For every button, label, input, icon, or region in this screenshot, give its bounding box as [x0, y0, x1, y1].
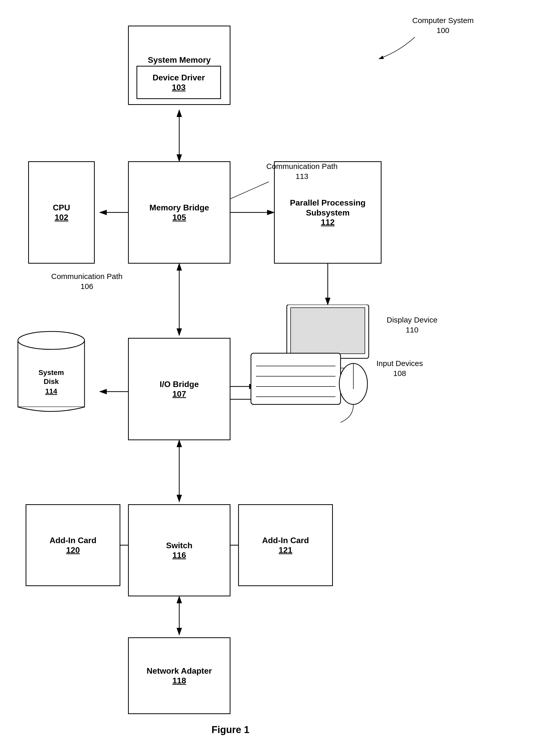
input-devices-svg — [248, 343, 371, 440]
addin-card-120-box: Add-In Card 120 — [26, 504, 120, 586]
switch-box: Switch 116 — [128, 504, 231, 596]
io-bridge-box: I/O Bridge 107 — [128, 338, 231, 440]
cylinder-svg: System Disk 114 — [15, 328, 87, 420]
svg-text:114: 114 — [45, 387, 57, 395]
svg-text:Disk: Disk — [44, 377, 59, 385]
addin-card-121-box: Add-In Card 121 — [238, 504, 333, 586]
display-device-label: Display Device 110 — [387, 315, 437, 335]
cpu-box: CPU 102 — [28, 161, 95, 264]
computer-system-label: Computer System 100 — [412, 15, 474, 35]
diagram: Computer System 100 System Memory 104 De… — [0, 0, 560, 742]
svg-text:System: System — [38, 369, 64, 376]
memory-bridge-box: Memory Bridge 105 — [128, 161, 231, 264]
device-driver-box: Device Driver 103 — [137, 66, 221, 99]
comm-path-106-label: Communication Path 106 — [51, 271, 122, 291]
input-devices-label: Input Devices 108 — [376, 358, 423, 378]
system-memory-box: System Memory 104 Device Driver 103 — [128, 25, 231, 105]
system-disk: System Disk 114 — [15, 328, 87, 420]
network-adapter-box: Network Adapter 118 — [128, 637, 231, 714]
comm-path-113-label: Communication Path 113 — [266, 161, 338, 181]
svg-point-20 — [18, 331, 85, 350]
input-devices — [248, 343, 371, 440]
figure-label: Figure 1 — [179, 724, 282, 735]
